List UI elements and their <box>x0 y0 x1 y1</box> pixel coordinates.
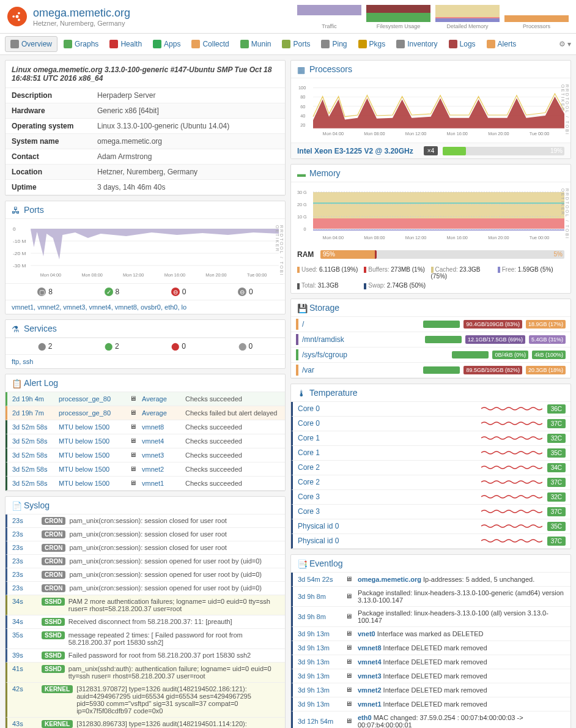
storage-row[interactable]: /90.4GB/109GB (83%)18.9GB (17%) <box>291 317 570 332</box>
services-links[interactable]: ftp, ssh <box>6 354 285 368</box>
tab-inventory[interactable]: Inventory <box>391 37 442 51</box>
ports-icon <box>282 40 290 48</box>
temp-row[interactable]: Physical id 035C <box>291 519 570 534</box>
syslog-row[interactable]: 23sCRONpam_unix(cron:session): session c… <box>6 528 285 541</box>
event-row[interactable]: 3d 9h 13m🖥vmnet8 Interface DELETED mark … <box>291 641 570 655</box>
syslog-tag: SSHD <box>42 618 65 626</box>
temp-row[interactable]: Core 332C <box>291 490 570 505</box>
mem-stat: Free: 1.59GB (5%) <box>498 265 564 281</box>
syslog-tag: CRON <box>42 557 65 565</box>
svg-text:Mon 16:00: Mon 16:00 <box>164 273 185 278</box>
mem-stat: Used: 6.11GB (19%) <box>297 265 364 281</box>
storage-title: Storage <box>309 303 339 313</box>
ports-chart: 0-10 M-20 M-30 M Mon 04:00Mon 08:00Mon 1… <box>12 223 279 278</box>
uname-string: Linux omega.memetic.org 3.13.0-100-gener… <box>6 61 285 88</box>
tab-apps[interactable]: Apps <box>148 37 185 51</box>
page-header: omega.memetic.org Hetzner, Nuremberg, Ge… <box>0 0 576 34</box>
event-row[interactable]: 3d 9h 8m🖥Package installed: linux-header… <box>291 587 570 607</box>
event-row[interactable]: 3d 9h 8m🖥Package installed: linux-header… <box>291 607 570 627</box>
temp-row[interactable]: Core 337C <box>291 505 570 519</box>
device-icon: 🖥 <box>345 612 354 621</box>
system-info-panel: Linux omega.memetic.org 3.13.0-100-gener… <box>5 60 286 196</box>
svg-text:60: 60 <box>300 105 305 109</box>
event-row[interactable]: 3d 54m 22s🖥omega.memetic.org Ip-addresse… <box>291 573 570 587</box>
temp-row[interactable]: Core 135C <box>291 446 570 461</box>
spark-Processors[interactable]: Processors <box>504 5 569 28</box>
port-links[interactable]: vmnet1, vmnet2, vmnet3, vmnet4, vmnet8, … <box>6 300 285 314</box>
syslog-row[interactable]: 23sCRONpam_unix(cron:session): session o… <box>6 582 285 595</box>
alert-row[interactable]: 3d 52m 58sMTU below 1500🖥vmnet3Checks su… <box>6 448 285 462</box>
tab-ports[interactable]: Ports <box>277 37 315 51</box>
event-row[interactable]: 3d 9h 13m🖥vmnet1 Interface DELETED mark … <box>291 697 570 711</box>
hostname[interactable]: omega.memetic.org <box>33 7 130 20</box>
storage-row[interactable]: /sys/fs/cgroup0B/4kB (0%)4kB (100%) <box>291 347 570 363</box>
syslog-row[interactable]: 41sSSHDpam_unix(sshd:auth): authenticati… <box>6 663 285 683</box>
overview-icon <box>10 40 19 48</box>
tab-ping[interactable]: Ping <box>316 37 352 51</box>
processors-panel: ▦Processors 10080604020 Mon 04:00Mon 08:… <box>290 60 571 159</box>
temp-row[interactable]: Core 234C <box>291 461 570 475</box>
syslog-row[interactable]: 23sCRONpam_unix(cron:session): session c… <box>6 514 285 528</box>
storage-row[interactable]: /mnt/ramdisk12.1GB/17.5GB (69%)5.4GB (31… <box>291 332 570 347</box>
storage-row[interactable]: /var89.5GB/109GB (82%)20.3GB (18%) <box>291 363 570 378</box>
device-icon: 🖥 <box>130 437 138 445</box>
alerts-icon <box>487 40 495 48</box>
spark-Traffic[interactable]: Traffic <box>297 5 361 28</box>
event-row[interactable]: 3d 9h 13m🖥vmnet2 Interface DELETED mark … <box>291 683 570 697</box>
alert-row[interactable]: 3d 52m 58sMTU below 1500🖥vmnet4Checks su… <box>6 434 285 448</box>
device-icon: 🖥 <box>130 423 138 431</box>
tab-alerts[interactable]: Alerts <box>482 37 522 51</box>
svg-text:10 G: 10 G <box>297 215 307 220</box>
header-sparkcharts: TrafficFilesystem UsageDetailed MemoryPr… <box>297 5 569 28</box>
alert-row[interactable]: 3d 52m 58sMTU below 1500🖥vmnet2Checks su… <box>6 462 285 477</box>
spark-Filesystem Usage[interactable]: Filesystem Usage <box>366 5 430 28</box>
spark-Detailed Memory[interactable]: Detailed Memory <box>435 5 500 28</box>
event-row[interactable]: 3d 9h 13m🖥vmnet4 Interface DELETED mark … <box>291 655 570 669</box>
syslog-row[interactable]: 34sSSHDPAM 2 more authentication failure… <box>6 595 285 615</box>
temp-row[interactable]: Core 237C <box>291 475 570 490</box>
alert-row[interactable]: 2d 19h 4mprocessor_ge_80🖥AverageChecks s… <box>6 392 285 406</box>
service-stat: ⬤ 0 <box>171 342 186 351</box>
temp-row[interactable]: Core 036C <box>291 402 570 417</box>
svg-text:Mon 12:00: Mon 12:00 <box>405 236 426 240</box>
syslog-row[interactable]: 35sSSHDmessage repeated 2 times: [ Faile… <box>6 629 285 649</box>
services-panel: ⚗Services ⬤ 2⬤ 2⬤ 0⬤ 0 ftp, ssh <box>5 319 286 369</box>
event-row[interactable]: 3d 12h 54m🖥eth0 MAC changed: 37.59.0.254… <box>291 711 570 728</box>
tab-health[interactable]: Health <box>105 37 147 51</box>
temp-spark <box>364 493 542 500</box>
tab-pkgs[interactable]: Pkgs <box>353 37 391 51</box>
alert-icon: 📋 <box>12 379 20 387</box>
eventlog-panel: 📑Eventlog 3d 54m 22s🖥omega.memetic.org I… <box>290 554 571 728</box>
syslog-row[interactable]: 34sSSHDReceived disconnect from 58.218.2… <box>6 615 285 629</box>
temp-row[interactable]: Core 037C <box>291 417 570 431</box>
syslog-row[interactable]: 23sCRONpam_unix(cron:session): session o… <box>6 555 285 568</box>
port-stat: ▢ 8 <box>37 288 53 296</box>
device-icon: 🖥 <box>345 575 354 584</box>
alert-row[interactable]: 3d 52m 58sMTU below 1500🖥vmnet8Checks su… <box>6 420 285 434</box>
graphs-icon <box>64 40 72 48</box>
storage-icon: 💾 <box>297 303 306 312</box>
syslog-row[interactable]: 42sKERNEL[312831.970872] type=1326 audit… <box>6 683 285 718</box>
syslog-row[interactable]: 43sKERNEL[312830.896733] type=1326 audit… <box>6 718 285 728</box>
svg-text:100: 100 <box>298 86 306 91</box>
temp-row[interactable]: Physical id 037C <box>291 534 570 549</box>
tab-overview[interactable]: Overview <box>5 36 57 52</box>
temp-row[interactable]: Core 132C <box>291 431 570 446</box>
svg-text:80: 80 <box>300 95 305 100</box>
syslog-row[interactable]: 23sCRONpam_unix(cron:session): session c… <box>6 541 285 555</box>
event-row[interactable]: 3d 9h 13m🖥vnet0 Interface was marked as … <box>291 627 570 641</box>
tab-collectd[interactable]: Collectd <box>186 37 234 51</box>
svg-text:Mon 08:00: Mon 08:00 <box>364 132 385 136</box>
event-row[interactable]: 3d 9h 13m🖥vmnet3 Interface DELETED mark … <box>291 669 570 683</box>
gear-icon[interactable]: ⚙ ▾ <box>559 40 571 48</box>
alert-row[interactable]: 2d 19h 7mprocessor_ge_80🖥AverageChecks f… <box>6 406 285 420</box>
tab-logs[interactable]: Logs <box>444 37 481 51</box>
tab-munin[interactable]: Munin <box>235 37 276 51</box>
svg-text:Mon 04:00: Mon 04:00 <box>323 132 344 136</box>
syslog-row[interactable]: 39sSSHDFailed password for root from 58.… <box>6 649 285 663</box>
cpu-model[interactable]: Intel Xeon E3-1225 V2 @ 3.20GHz <box>297 147 419 155</box>
temp-spark <box>364 522 542 530</box>
alert-row[interactable]: 3d 52m 58sMTU below 1500🖥vmnet1Checks su… <box>6 477 285 491</box>
tab-graphs[interactable]: Graphs <box>59 37 103 51</box>
syslog-row[interactable]: 23sCRONpam_unix(cron:session): session o… <box>6 568 285 582</box>
